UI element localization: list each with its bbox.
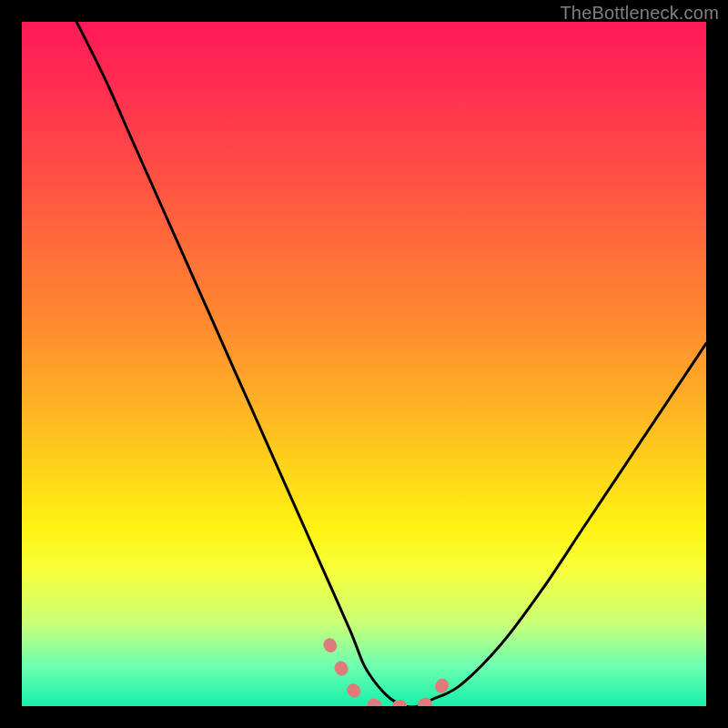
chart-frame: TheBottleneck.com (0, 0, 728, 728)
gradient-plot-area (22, 22, 706, 706)
bottleneck-curve (76, 22, 706, 706)
curve-svg (22, 22, 706, 706)
watermark-label: TheBottleneck.com (560, 3, 719, 24)
